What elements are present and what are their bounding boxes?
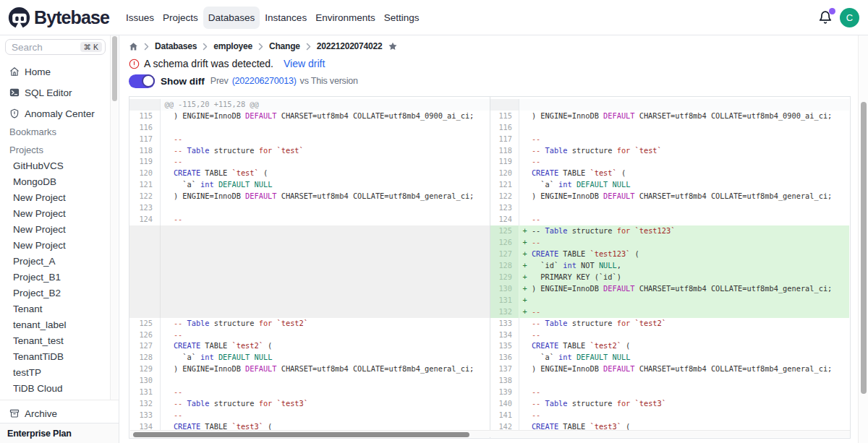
- breadcrumb-item-change[interactable]: Change: [269, 41, 300, 51]
- code-line: [519, 99, 849, 111]
- code-token: `a`: [174, 353, 200, 361]
- code-line: [161, 272, 490, 283]
- code-token: DEFAULT: [245, 192, 276, 200]
- line-number: 140: [490, 398, 519, 410]
- code-token: ) ENGINE=InnoDB: [174, 192, 245, 200]
- sidebar-project-item[interactable]: Project_B2: [13, 288, 61, 298]
- diff-row: 136 `a` int DEFAULT NULL: [490, 352, 849, 364]
- code-line: + --: [519, 306, 849, 318]
- sidebar-item-sql-editor[interactable]: SQL Editor: [0, 85, 109, 100]
- breadcrumb-item-databases[interactable]: Databases: [155, 41, 197, 51]
- code-token: int: [563, 261, 576, 270]
- breadcrumb-item-version[interactable]: 20221202074022: [317, 41, 383, 51]
- code-line: -- Table structure for `test`: [161, 145, 490, 157]
- code-line: -- Table structure for `test2`: [161, 318, 490, 330]
- sidebar-project-item[interactable]: New Project: [13, 192, 66, 203]
- alert-text: A schema drift was detected.: [144, 58, 273, 69]
- page-vertical-scrollbar-thumb[interactable]: [861, 102, 867, 394]
- view-drift-link[interactable]: View drift: [284, 58, 325, 69]
- brand[interactable]: Bytebase: [8, 7, 109, 29]
- sidebar-project-item[interactable]: Project_A: [13, 256, 56, 267]
- diff-toolbar: Show diff Prev (202206270013) vs This ve…: [129, 73, 358, 89]
- code-line: [161, 375, 490, 387]
- code-line: @@ -115,20 +115,28 @@: [161, 99, 490, 111]
- line-number: 119: [490, 156, 519, 168]
- avatar[interactable]: C: [840, 8, 859, 27]
- sidebar-project-item[interactable]: New Project: [13, 240, 66, 251]
- code-token: structure: [568, 319, 617, 327]
- page-vertical-scrollbar[interactable]: [858, 35, 868, 443]
- schema-drift-alert: A schema drift was detected. View drift: [129, 58, 325, 69]
- navbar-right: C: [818, 8, 859, 27]
- sidebar-project-item[interactable]: Tenant: [13, 304, 43, 314]
- sidebar-project-item[interactable]: New Project: [13, 224, 66, 235]
- sidebar-project-item[interactable]: tenant_label: [13, 319, 67, 330]
- code-line: `a` int DEFAULT NULL: [161, 179, 490, 191]
- diff-line-prefix: +: [523, 272, 532, 281]
- sidebar-section-projects: Projects: [9, 145, 43, 155]
- sidebar-project-item[interactable]: TiDB Cloud: [13, 383, 63, 394]
- code-token: CREATE: [532, 341, 558, 350]
- line-number: 138: [490, 375, 519, 387]
- sidebar-project-item[interactable]: Project_B1: [13, 272, 61, 283]
- sidebar-item-archive[interactable]: Archive: [0, 406, 119, 421]
- sidebar-scrollbar[interactable]: [110, 35, 118, 400]
- code-line: ) ENGINE=InnoDB DEFAULT CHARSET=utf8mb4 …: [161, 111, 490, 122]
- diff-line-prefix: [165, 215, 174, 223]
- diff-line-prefix: [165, 387, 174, 396]
- code-token: `test2`: [635, 319, 666, 327]
- code-token: for: [617, 226, 631, 235]
- code-token: --: [532, 157, 540, 165]
- sidebar-project-item[interactable]: testTP: [13, 367, 41, 378]
- breadcrumb-item-employee[interactable]: employee: [213, 41, 252, 51]
- code-line: CREATE TABLE `test` (: [161, 168, 490, 179]
- code-token: --: [532, 146, 540, 155]
- sidebar-item-anomaly-center[interactable]: Anomaly Center: [0, 106, 109, 121]
- line-number: 128: [490, 260, 519, 272]
- show-diff-toggle[interactable]: [129, 74, 155, 88]
- line-number: 121: [490, 179, 519, 191]
- code-token: @@ -115,20 +115,28 @@: [165, 100, 259, 108]
- line-number: 125: [129, 318, 161, 330]
- search-box[interactable]: ⌘ K: [5, 39, 106, 55]
- breadcrumb-home-icon[interactable]: [129, 42, 138, 51]
- diff-row: 124 --: [129, 214, 490, 225]
- code-token: ) ENGINE=InnoDB: [174, 111, 245, 120]
- diff-line-prefix: [165, 192, 174, 200]
- top-navbar: Bytebase Issues Projects Databases Insta…: [0, 0, 868, 35]
- line-number: 137: [490, 364, 519, 375]
- code-token: `test`: [277, 146, 304, 155]
- sidebar-project-item[interactable]: Tenant_test: [13, 335, 64, 346]
- diff-horizontal-scrollbar[interactable]: [130, 430, 851, 437]
- nav-item-instances[interactable]: Instances: [261, 9, 310, 27]
- nav-item-projects[interactable]: Projects: [159, 9, 202, 27]
- sidebar-project-item[interactable]: New Project: [13, 208, 66, 219]
- notification-bell-button[interactable]: [818, 10, 833, 25]
- search-input[interactable]: [12, 42, 80, 53]
- sidebar-scrollbar-thumb[interactable]: [112, 36, 117, 101]
- diff-row: 141 --: [490, 410, 849, 421]
- nav-item-environments[interactable]: Environments: [312, 9, 379, 27]
- diff-row: 139 --: [490, 387, 849, 398]
- sidebar-plan[interactable]: Enterprise Plan: [0, 423, 119, 443]
- sidebar-project-item[interactable]: TenantTiDB: [13, 351, 64, 362]
- diff-horizontal-scrollbar-thumb[interactable]: [133, 432, 469, 437]
- nav-item-issues[interactable]: Issues: [122, 9, 158, 27]
- sidebar-item-home[interactable]: Home: [0, 64, 109, 79]
- nav-item-settings[interactable]: Settings: [380, 9, 423, 27]
- nav-item-databases[interactable]: Databases: [203, 7, 260, 29]
- line-number: 124: [129, 214, 161, 225]
- sidebar-project-item[interactable]: GitHubVCS: [13, 160, 64, 171]
- code-token: --: [532, 134, 540, 143]
- star-icon[interactable]: [388, 41, 398, 51]
- line-number: 128: [129, 352, 161, 364]
- prev-version-link[interactable]: (202206270013): [232, 76, 297, 86]
- diff-line-prefix: [165, 330, 174, 339]
- diff-line-prefix: [165, 180, 174, 189]
- sidebar-project-item[interactable]: MongoDB: [13, 176, 56, 187]
- line-number: 131: [129, 387, 161, 398]
- diff-line-prefix: [165, 111, 174, 120]
- diff-row: 131 --: [129, 387, 490, 398]
- diff-line-prefix: [523, 157, 532, 165]
- diff-row: 123: [490, 202, 849, 214]
